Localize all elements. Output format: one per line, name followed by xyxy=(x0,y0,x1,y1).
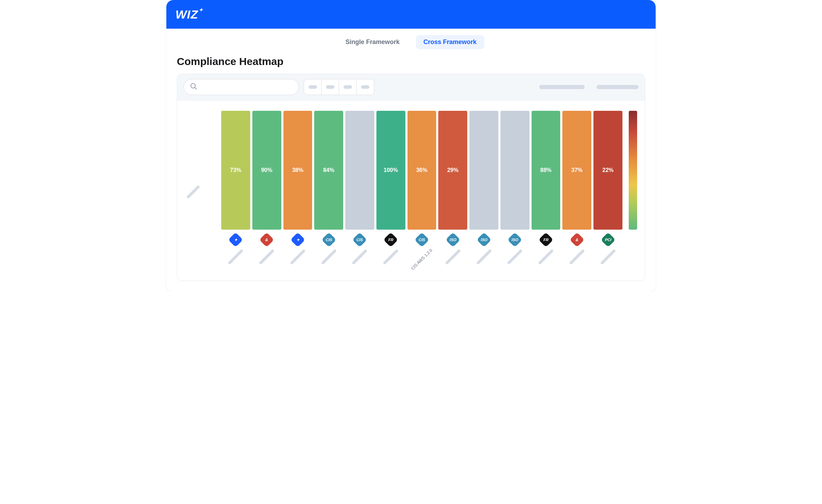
brand-logo: WIZ ✦ xyxy=(175,8,203,21)
framework-name-placeholder xyxy=(321,249,337,265)
heatmap-column: 22%PCI xyxy=(593,111,622,273)
framework-axis-label: ✦ xyxy=(288,235,308,273)
heatmap-chart: 73%✦90%&38%✦84%CISCIS100%FR36%CISCIS AWS… xyxy=(177,100,645,281)
search-box[interactable] xyxy=(183,79,299,95)
search-input[interactable] xyxy=(201,84,293,90)
framework-name-placeholder xyxy=(600,249,616,265)
heatmap-cell[interactable]: 36% xyxy=(408,111,437,230)
heatmap-column: 88%FR xyxy=(532,111,561,273)
filter-button-3[interactable] xyxy=(339,79,356,95)
heatmap-column: 73%✦ xyxy=(221,111,250,273)
heatmap-panel: 73%✦90%&38%✦84%CISCIS100%FR36%CISCIS AWS… xyxy=(177,74,645,281)
framework-name-placeholder xyxy=(538,249,554,265)
framework-axis-label: CIS xyxy=(350,235,369,273)
sparkle-icon: ✦ xyxy=(199,7,203,13)
framework-axis-label: & xyxy=(567,235,587,273)
filter-button-2[interactable] xyxy=(322,79,339,95)
heatmap-column: 100%FR xyxy=(376,111,405,273)
heatmap-column: 38%✦ xyxy=(283,111,312,273)
ampersand-icon: & xyxy=(570,232,584,247)
toolbar-action-placeholder-1[interactable] xyxy=(539,85,585,89)
framework-name-placeholder xyxy=(290,249,305,265)
framework-name-placeholder xyxy=(228,249,244,265)
framework-axis-label: ✦ xyxy=(226,235,245,273)
iso-icon: ISO xyxy=(507,232,522,247)
page-title: Compliance Heatmap xyxy=(166,53,656,74)
heatmap-column: ISO xyxy=(500,111,529,273)
framework-mode-tabs: Single Framework Cross Framework xyxy=(166,29,656,53)
ampersand-icon: & xyxy=(259,232,274,247)
brand-text: WIZ xyxy=(175,8,198,21)
heatmap-cell[interactable]: 29% xyxy=(438,111,467,230)
framework-name-placeholder xyxy=(445,249,461,265)
heatmap-column: 84%CIS xyxy=(314,111,343,273)
heatmap-column: 36%CISCIS AWS 1.2.0 xyxy=(408,111,437,273)
heatmap-column: 29%ISO xyxy=(438,111,467,273)
framework-name-placeholder xyxy=(476,249,492,265)
app-header: WIZ ✦ xyxy=(166,0,656,29)
heatmap-columns: 73%✦90%&38%✦84%CISCIS100%FR36%CISCIS AWS… xyxy=(221,111,622,273)
filter-button-4[interactable] xyxy=(356,79,374,95)
framework-axis-label: PCI xyxy=(598,235,618,273)
framework-name: CIS AWS 1.2.0 xyxy=(410,248,433,271)
heatmap-cell[interactable]: 22% xyxy=(593,111,622,230)
framework-name-placeholder xyxy=(507,249,523,265)
heatmap-cell[interactable]: 84% xyxy=(314,111,343,230)
heatmap-cell[interactable] xyxy=(500,111,529,230)
heatmap-cell[interactable]: 37% xyxy=(562,111,591,230)
heatmap-cell[interactable]: 38% xyxy=(283,111,312,230)
search-icon xyxy=(189,82,198,92)
heatmap-cell[interactable]: 73% xyxy=(221,111,250,230)
toolbar-action-placeholder-2[interactable] xyxy=(597,85,639,89)
heatmap-cell[interactable]: 90% xyxy=(252,111,281,230)
framework-name-placeholder xyxy=(352,249,368,265)
heatmap-cell[interactable] xyxy=(345,111,374,230)
heatmap-column: 37%& xyxy=(562,111,591,273)
framework-name-placeholder xyxy=(259,249,275,265)
framework-axis-label: & xyxy=(257,235,276,273)
svg-line-1 xyxy=(195,88,197,89)
fr-icon: FR xyxy=(539,232,553,247)
tab-single-framework[interactable]: Single Framework xyxy=(338,35,407,49)
heatmap-toolbar xyxy=(177,74,645,100)
filter-button-1[interactable] xyxy=(304,79,322,95)
cis-icon: CIS xyxy=(352,232,367,247)
iso-icon: ISO xyxy=(446,232,460,247)
pci-icon: PCI xyxy=(600,232,615,247)
star-icon: ✦ xyxy=(290,232,305,247)
cis-icon: CIS xyxy=(414,232,429,247)
framework-axis-label: ISO xyxy=(443,235,463,273)
cis-icon: CIS xyxy=(321,232,336,247)
framework-axis-label: ISO xyxy=(474,235,494,273)
framework-axis-label: ISO xyxy=(505,235,525,273)
framework-axis-label: FR xyxy=(381,235,401,273)
framework-axis-label: FR xyxy=(536,235,556,273)
heatmap-column: 90%& xyxy=(252,111,281,273)
filter-button-group xyxy=(304,79,374,95)
tab-cross-framework[interactable]: Cross Framework xyxy=(416,35,484,49)
legend-gradient xyxy=(629,111,637,230)
fr-icon: FR xyxy=(383,232,398,247)
row-axis-label xyxy=(185,111,216,273)
star-icon: ✦ xyxy=(228,232,243,247)
iso-icon: ISO xyxy=(476,232,491,247)
framework-name-placeholder xyxy=(569,249,585,265)
framework-axis-label: CIS xyxy=(319,235,339,273)
framework-axis-label: CISCIS AWS 1.2.0 xyxy=(408,235,436,273)
heatmap-column: CIS xyxy=(345,111,374,273)
heatmap-column: ISO xyxy=(469,111,498,273)
heatmap-legend xyxy=(627,111,637,273)
heatmap-cell[interactable]: 88% xyxy=(532,111,561,230)
framework-name-placeholder xyxy=(383,249,399,265)
heatmap-cell[interactable] xyxy=(469,111,498,230)
heatmap-cell[interactable]: 100% xyxy=(376,111,405,230)
